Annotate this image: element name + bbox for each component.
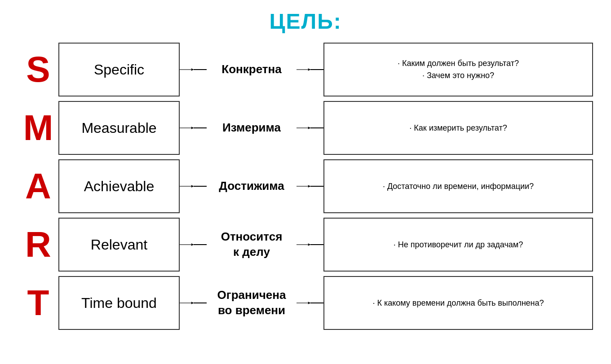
- arrow1-4: [180, 298, 207, 307]
- arrow1-0: [180, 65, 207, 74]
- smart-letters: SMART: [18, 43, 58, 330]
- svg-marker-13: [191, 243, 194, 246]
- russian-text-0: Конкретна: [207, 62, 297, 77]
- arrow2-0: [297, 65, 323, 74]
- svg-marker-19: [308, 302, 311, 304]
- smart-row-2: Achievable Достижима · Достаточно ли вре…: [58, 159, 593, 213]
- smart-letter-t: T: [27, 276, 49, 330]
- arrow2-4: [297, 298, 323, 307]
- smart-row-3: Relevant Относитсяк делу · Не противореч…: [58, 218, 593, 272]
- page-title: ЦЕЛЬ:: [269, 9, 341, 34]
- svg-marker-5: [191, 127, 194, 129]
- svg-marker-7: [308, 127, 311, 129]
- arrow2-3: [297, 240, 323, 249]
- rows-container: Specific Конкретна · Каким должен быть р…: [58, 43, 593, 330]
- description-box-1: · Как измерить результат?: [323, 101, 593, 155]
- arrow1-3: [180, 240, 207, 249]
- svg-marker-1: [191, 68, 194, 71]
- svg-marker-15: [308, 243, 311, 246]
- english-box-2: Achievable: [58, 159, 180, 213]
- smart-row-1: Measurable Измерима · Как измерить резул…: [58, 101, 593, 155]
- smart-letter-s: S: [26, 43, 50, 96]
- english-box-0: Specific: [58, 43, 180, 96]
- svg-marker-17: [191, 302, 194, 304]
- smart-letter-m: M: [23, 101, 53, 155]
- svg-marker-9: [191, 185, 194, 188]
- description-box-2: · Достаточно ли времени, информации?: [323, 159, 593, 213]
- svg-marker-3: [308, 68, 311, 71]
- english-box-4: Time bound: [58, 276, 180, 330]
- smart-row-4: Time bound Ограниченаво времени · К како…: [58, 276, 593, 330]
- russian-text-1: Измерима: [207, 120, 297, 136]
- english-box-1: Measurable: [58, 101, 180, 155]
- english-box-3: Relevant: [58, 218, 180, 272]
- smart-letter-r: R: [25, 218, 51, 272]
- description-box-3: · Не противоречит ли др задачам?: [323, 218, 593, 272]
- russian-text-2: Достижима: [207, 179, 297, 194]
- main-container: SMART Specific Конкретна · Каким должен …: [18, 43, 593, 330]
- description-box-4: · К какому времени должна быть выполнена…: [323, 276, 593, 330]
- arrow2-2: [297, 182, 323, 191]
- russian-text-3: Относитсяк делу: [207, 229, 297, 260]
- smart-letter-a: A: [25, 159, 51, 213]
- arrow2-1: [297, 123, 323, 132]
- arrow1-2: [180, 182, 207, 191]
- russian-text-4: Ограниченаво времени: [207, 288, 297, 318]
- description-box-0: · Каким должен быть результат?· Зачем эт…: [323, 43, 593, 96]
- svg-marker-11: [308, 185, 311, 188]
- arrow1-1: [180, 123, 207, 132]
- smart-row-0: Specific Конкретна · Каким должен быть р…: [58, 43, 593, 96]
